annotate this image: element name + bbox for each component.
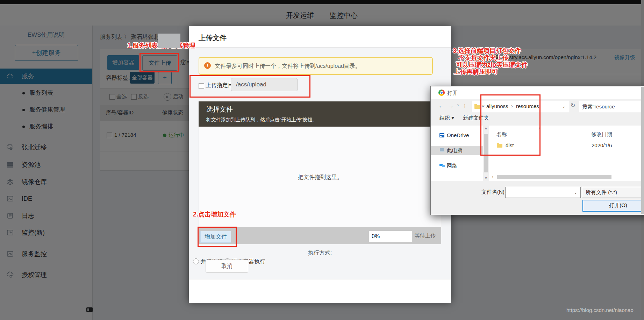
annotation-step2: 2.点击增加文件 xyxy=(193,210,236,219)
computer-icon xyxy=(439,148,445,153)
modal-footer xyxy=(189,279,451,303)
folder-icon xyxy=(474,105,480,109)
upload-warning-banner: ! 文件最多可同时上传一个，文件将上传到/acs/upload目录。 xyxy=(199,57,433,75)
exec-mode-label: 执行方式: xyxy=(189,249,451,257)
scroll-down-icon[interactable]: ˅ xyxy=(483,176,489,180)
select-file-desc: 将文件添加到上传队列，然后点击“开始上传”按钮。 xyxy=(206,117,317,123)
screen: 开发运维 监控中心 EWS使用说明 +创建服务 服务 服务列表 服务健康管理 服… xyxy=(0,0,644,320)
up-icon[interactable]: ↑ xyxy=(463,102,466,109)
refresh-icon[interactable]: ↻ xyxy=(571,102,575,109)
upload-status: 等待上传 xyxy=(415,233,436,239)
warning-text: 文件最多可同时上传一个，文件将上传到/acs/upload目录。 xyxy=(215,63,361,70)
warning-icon: ! xyxy=(204,62,211,69)
select-file-header: 选择文件 将文件添加到上传队列，然后点击“开始上传”按钮。 xyxy=(199,101,441,127)
onedrive-icon xyxy=(439,133,445,138)
nav-this-pc[interactable]: 此电脑 xyxy=(431,146,483,155)
organize-button[interactable]: 组织 ▾ xyxy=(439,115,454,121)
horizontal-scrollbar-thumb[interactable] xyxy=(497,175,611,179)
scroll-left-icon[interactable]: ‹ xyxy=(490,175,495,179)
parallel-radio[interactable] xyxy=(193,258,199,264)
redaction-block xyxy=(158,34,180,48)
search-text: 搜索"resource xyxy=(579,104,615,109)
filetype-select[interactable]: 所有文件 (*.*) xyxy=(582,187,644,198)
progress-value: 0% xyxy=(369,233,380,239)
nav-onedrive[interactable]: OneDrive xyxy=(431,131,483,140)
watermark: https://blog.csdn.net/niaonao xyxy=(566,307,634,313)
combo-caret-icon[interactable]: ⌄ xyxy=(574,190,578,195)
modal-title: 上传文件 xyxy=(199,33,227,43)
highlight-box-dir-row xyxy=(189,75,310,98)
highlight-box-upload-button xyxy=(139,53,179,72)
highlight-box-file-picker xyxy=(480,94,541,156)
address-dropdown-icon[interactable]: ⌄ xyxy=(562,104,566,109)
select-file-title: 选择文件 xyxy=(206,105,233,114)
page-scrollbar-thumb[interactable] xyxy=(641,87,644,214)
filename-input[interactable]: ⌄ xyxy=(505,187,581,198)
search-box[interactable]: 搜索"resource xyxy=(579,101,644,112)
annotation-step3-line4: 上传再解压即可 xyxy=(454,67,498,76)
dialog-title: 打开 xyxy=(447,90,458,97)
cancel-button[interactable]: 取消 xyxy=(206,259,248,273)
file-date: 2020/1/6 xyxy=(592,142,612,148)
column-date[interactable]: 修改日期 xyxy=(591,131,612,138)
nav-network[interactable]: 网络 xyxy=(431,161,483,170)
upload-progress: 0% xyxy=(369,231,412,242)
drop-hint: 把文件拖到这里。 xyxy=(199,174,442,181)
network-icon xyxy=(439,163,445,169)
history-caret-icon[interactable]: ⌄ xyxy=(456,101,460,107)
forward-icon[interactable]: → xyxy=(448,102,454,109)
open-button[interactable]: 打开(O) xyxy=(582,200,644,212)
filename-label: 文件名(N): xyxy=(481,189,506,195)
back-icon[interactable]: ← xyxy=(438,102,444,109)
chrome-icon xyxy=(438,90,445,96)
highlight-box-add-file xyxy=(198,227,237,247)
